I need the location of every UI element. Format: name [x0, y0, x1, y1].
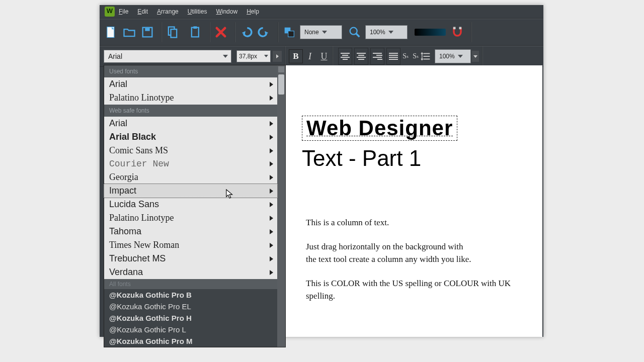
app-logo-icon: W	[105, 7, 115, 17]
font-item[interactable]: @Kozuka Gothic Pro M	[104, 335, 277, 347]
chevron-down-icon	[223, 55, 228, 58]
line-spacing-icon[interactable]	[421, 47, 432, 66]
open-icon[interactable]	[122, 23, 137, 42]
font-item[interactable]: Lucida Sans	[104, 198, 277, 211]
new-file-icon[interactable]	[104, 23, 119, 42]
font-item[interactable]: @Kozuka Gothic Pro L	[104, 324, 277, 335]
body-text-column[interactable]: This is a column of text. Just drag hori…	[306, 216, 512, 314]
submenu-arrow-icon	[270, 202, 273, 207]
align-center-button[interactable]	[354, 48, 368, 65]
save-icon[interactable]	[140, 23, 155, 42]
menu-window[interactable]: Window	[216, 8, 237, 15]
font-item[interactable]: Georgia	[104, 170, 277, 184]
delete-icon[interactable]	[213, 23, 228, 42]
selected-text-frame[interactable]: Web Designer	[302, 116, 457, 141]
font-family-dropdown[interactable]: Arial	[104, 50, 231, 63]
submenu-arrow-icon	[270, 175, 273, 180]
font-item[interactable]: @Kozuka Gothic Pro EL	[104, 301, 277, 312]
paragraph[interactable]: This is a column of text.	[306, 216, 512, 229]
svg-rect-7	[193, 26, 197, 29]
font-item[interactable]: @Kozuka Gothic Pro H	[104, 312, 277, 324]
chevron-down-icon	[388, 31, 393, 34]
align-right-button[interactable]	[370, 48, 384, 65]
svg-rect-15	[459, 27, 462, 30]
submenu-arrow-icon	[270, 148, 273, 153]
font-item-hovered[interactable]: Impact	[104, 184, 278, 198]
svg-rect-3	[145, 28, 149, 31]
line-spacing-value: 100%	[439, 53, 455, 60]
spacing-menu-button[interactable]	[472, 51, 479, 62]
chevron-down-icon	[264, 55, 268, 57]
font-item[interactable]: Times New Roman	[104, 238, 277, 252]
size-step-button[interactable]	[273, 51, 282, 62]
submenu-arrow-icon	[270, 189, 273, 194]
submenu-arrow-icon	[270, 96, 273, 101]
magnet-icon[interactable]	[450, 23, 465, 42]
zoom-dropdown[interactable]: 100%	[365, 25, 408, 39]
font-item[interactable]: Palatino Linotype	[104, 211, 277, 225]
subtitle-text[interactable]: Text - Part 1	[302, 146, 421, 171]
undo-icon[interactable]	[238, 23, 254, 42]
heading-text[interactable]: Web Designer	[306, 116, 453, 140]
menu-file[interactable]: File	[119, 8, 128, 15]
paragraph[interactable]: This is COLOR with the US spelling or CO…	[306, 277, 512, 303]
font-group-used: Used fonts	[104, 65, 285, 77]
triangle-down-icon	[473, 55, 477, 58]
underline-button[interactable]: U	[317, 49, 331, 64]
submenu-arrow-icon	[270, 161, 273, 166]
italic-button[interactable]: I	[303, 49, 317, 64]
snap-dropdown[interactable]: None	[300, 25, 342, 39]
svg-rect-6	[192, 28, 199, 37]
font-item[interactable]: Arial Black	[104, 130, 277, 144]
superscript-button[interactable]: Ss	[400, 49, 411, 64]
font-item[interactable]: Arial	[104, 77, 277, 91]
app-window: W File Edit Arrange Utilities Window Hel…	[100, 5, 543, 337]
submenu-arrow-icon	[270, 135, 273, 140]
font-item[interactable]: Tahoma	[104, 225, 277, 238]
submenu-arrow-icon	[270, 229, 273, 234]
align-left-button[interactable]	[338, 48, 352, 65]
redo-icon[interactable]	[257, 23, 272, 42]
font-size-dropdown[interactable]: 37,8px	[236, 50, 271, 62]
arrange-icon[interactable]	[282, 23, 297, 42]
dropdown-scrollbar[interactable]	[277, 65, 285, 347]
chevron-down-icon	[322, 31, 327, 34]
paragraph[interactable]: Just drag horizontally on the background…	[306, 240, 512, 266]
font-item[interactable]: Arial	[104, 117, 277, 130]
font-item[interactable]: Comic Sans MS	[104, 144, 277, 157]
line-spacing-dropdown[interactable]: 100%	[435, 49, 471, 63]
font-group-all: All fonts	[104, 279, 285, 289]
menu-utilities[interactable]: Utilities	[188, 8, 207, 15]
submenu-arrow-icon	[270, 216, 273, 221]
font-family-value: Arial	[108, 52, 122, 60]
document-canvas[interactable]: Web Designer Text - Part 1 This is a col…	[286, 65, 542, 337]
copy-icon[interactable]	[165, 23, 180, 42]
menu-help[interactable]: Help	[247, 8, 259, 15]
menu-edit[interactable]: Edit	[137, 8, 148, 15]
main-toolbar: None 100%	[100, 19, 543, 46]
bold-button[interactable]: B	[289, 49, 303, 63]
scroll-up-icon[interactable]	[278, 66, 284, 72]
font-item[interactable]: Courier New	[104, 157, 277, 170]
paste-icon[interactable]	[188, 23, 203, 42]
font-item[interactable]: Verdana	[104, 265, 277, 279]
align-justify-button[interactable]	[386, 48, 400, 65]
zoom-tool-icon[interactable]	[347, 23, 362, 42]
text-toolbar: Arial 37,8px B I U Ss Ss 100%	[100, 46, 543, 67]
submenu-arrow-icon	[270, 121, 273, 126]
scroll-thumb[interactable]	[278, 74, 284, 95]
font-size-value: 37,8px	[239, 53, 257, 60]
font-dropdown-panel[interactable]: Used fonts Arial Palatino Linotype Web s…	[104, 65, 286, 347]
menu-arrange[interactable]: Arrange	[157, 8, 179, 15]
font-item[interactable]: Trebuchet MS	[104, 252, 277, 265]
subscript-button[interactable]: Ss	[411, 49, 421, 64]
svg-rect-14	[453, 27, 456, 30]
font-item[interactable]: Palatino Linotype	[104, 91, 277, 105]
font-item[interactable]: @Kozuka Gothic Pro B	[104, 289, 277, 301]
snap-value: None	[304, 29, 319, 36]
color-bar-icon[interactable]	[415, 29, 446, 36]
svg-line-13	[356, 33, 359, 37]
triangle-right-icon	[276, 54, 279, 58]
submenu-arrow-icon	[270, 270, 273, 275]
submenu-arrow-icon	[270, 256, 273, 261]
